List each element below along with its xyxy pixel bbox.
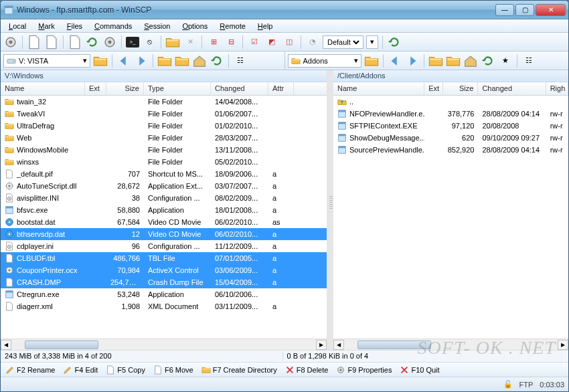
menu-files[interactable]: Files [62, 21, 88, 31]
select-minus-icon[interactable]: ⊟ [224, 35, 238, 50]
list-item[interactable]: CouponPrinter.ocx70,984ActiveX Control03… [1, 264, 327, 276]
column-header-rights[interactable]: Righ [546, 82, 568, 95]
list-item[interactable]: SourcePreviewHandle...852,92028/08/2009 … [333, 144, 568, 156]
close-session-icon[interactable]: ⨯ [183, 35, 197, 50]
local-list[interactable]: twain_32File Folder14/04/2008...TweakVIF… [1, 96, 327, 338]
transfer-settings-combo[interactable]: Default [323, 35, 363, 49]
transfer-settings-dropdown[interactable]: ▾ [366, 35, 378, 49]
list-item[interactable]: cdplayer.ini96Configuration ...11/12/200… [1, 240, 327, 252]
queue-icon[interactable] [68, 35, 82, 50]
remote-tree-icon[interactable]: ☷ [521, 54, 536, 68]
stop-icon[interactable]: ⦸ [142, 35, 157, 50]
list-item[interactable]: Ctregrun.exe53,248Application06/10/2006.… [1, 288, 327, 300]
menu-options[interactable]: Options [177, 21, 213, 31]
column-header-name[interactable]: Name [1, 82, 85, 95]
minimize-button[interactable]: — [495, 4, 514, 16]
remote-back-icon[interactable] [388, 54, 402, 68]
column-header-size[interactable]: Size [443, 82, 479, 95]
terminal-icon[interactable]: >_ [126, 37, 139, 47]
scroll-thumb[interactable] [25, 340, 98, 349]
local-hscrollbar[interactable]: ◀ ▶ [1, 338, 327, 350]
sync-browse-icon[interactable] [27, 35, 42, 50]
column-header-ext[interactable]: Ext [424, 82, 443, 95]
list-item[interactable]: _default.pif707Shortcut to MS...18/09/20… [1, 168, 327, 180]
list-item[interactable]: bootstat.dat67,584Video CD Movie06/02/20… [1, 216, 327, 228]
remote-list-header[interactable]: NameExtSizeChangedRigh [333, 82, 568, 96]
list-item[interactable]: ShowDebugMessage....62009/10/2009 09:27r… [333, 132, 568, 144]
local-home-icon[interactable] [192, 54, 207, 68]
fn-quit[interactable]: F10 Quit [398, 365, 441, 375]
select-clear-icon[interactable]: ◫ [282, 35, 297, 50]
fn-create-directory[interactable]: F7 Create Directory [199, 365, 279, 375]
scroll-right-icon[interactable]: ▶ [316, 340, 327, 350]
fn-copy[interactable]: F5 Copy [104, 365, 147, 375]
local-back-icon[interactable] [116, 54, 131, 68]
column-header-name[interactable]: Name [333, 82, 424, 95]
remote-list[interactable]: ..NFOPreviewHandler.e...378,77628/08/200… [333, 96, 568, 338]
list-item[interactable]: diagerr.xml1,908XML Document03/11/2009..… [1, 300, 327, 312]
list-item[interactable]: winsxsFile Folder05/02/2010... [1, 156, 327, 168]
gear-icon[interactable] [3, 35, 18, 50]
select-check-icon[interactable]: ☑ [247, 35, 262, 50]
menu-local[interactable]: Local [3, 21, 31, 31]
list-item[interactable]: TweakVIFile Folder01/06/2007... [1, 108, 327, 120]
menu-help[interactable]: Help [252, 21, 278, 31]
menu-remote[interactable]: Remote [214, 21, 251, 31]
list-item[interactable]: bthservsdp.dat12Video CD Movie06/02/2010… [1, 228, 327, 240]
new-session-icon[interactable] [165, 35, 180, 50]
list-item[interactable]: AutoTuneScript.dll28,672Application Ext.… [1, 180, 327, 192]
list-item[interactable]: CRASH.DMP254,721,2...Crash Dump File15/0… [1, 276, 327, 288]
remote-root-icon[interactable] [446, 54, 461, 68]
fn-edit[interactable]: F4 Edit [61, 365, 100, 375]
select-invert-icon[interactable]: ◩ [264, 35, 279, 50]
list-item[interactable]: CLBUDF.tbl486,766TBL File07/01/2005...a [1, 252, 327, 264]
select-plus-icon[interactable]: ⊞ [206, 35, 221, 50]
remote-drive-combo[interactable]: Addons ▾ [288, 54, 361, 68]
sync-remote-icon[interactable] [44, 35, 59, 50]
scroll-right-icon[interactable]: ▶ [558, 340, 568, 350]
menu-commands[interactable]: Commands [89, 21, 137, 31]
column-header-changed[interactable]: Changed [478, 82, 546, 95]
column-header-attr[interactable]: Attr [268, 82, 294, 95]
close-button[interactable]: ✕ [536, 4, 566, 16]
menu-session[interactable]: Session [139, 21, 175, 31]
remote-home-icon[interactable] [463, 54, 478, 68]
remote-open-folder-icon[interactable] [364, 54, 379, 68]
filter-icon[interactable]: ◔ [305, 35, 320, 50]
local-list-header[interactable]: NameExtSizeTypeChangedAttr [1, 82, 327, 96]
pane-splitter[interactable] [329, 70, 333, 350]
column-header-size[interactable]: Size [106, 82, 144, 95]
titlebar[interactable]: Windows - ftp.smartftp.com - WinSCP — ▢ … [1, 1, 568, 19]
scroll-left-icon[interactable]: ◀ [333, 340, 344, 350]
remote-hscrollbar[interactable]: ◀ ▶ [333, 338, 568, 350]
fn-delete[interactable]: F8 Delete [283, 365, 331, 375]
remote-forward-icon[interactable] [405, 54, 420, 68]
local-tree-icon[interactable]: ☷ [233, 54, 248, 68]
compare-icon[interactable] [387, 35, 402, 50]
fn-properties[interactable]: F9 Properties [334, 365, 394, 375]
list-item[interactable]: twain_32File Folder14/04/2008... [1, 96, 327, 108]
maximize-button[interactable]: ▢ [515, 4, 534, 16]
local-parent-icon[interactable] [157, 54, 172, 68]
column-header-ext[interactable]: Ext [85, 82, 106, 95]
fn-move[interactable]: F6 Move [151, 365, 195, 375]
local-refresh-icon[interactable] [210, 54, 224, 68]
transfer-icon[interactable] [85, 35, 100, 50]
column-header-changed[interactable]: Changed [211, 82, 268, 95]
list-item[interactable]: NFOPreviewHandler.e...378,77628/08/2009 … [333, 108, 568, 120]
list-item[interactable]: avisplitter.INI38Configuration ...08/02/… [1, 192, 327, 204]
remote-refresh-icon[interactable] [481, 54, 495, 68]
preferences-icon[interactable] [102, 35, 117, 50]
list-item[interactable]: UltraDefragFile Folder01/02/2010... [1, 120, 327, 132]
menu-mark[interactable]: Mark [33, 21, 60, 31]
scroll-left-icon[interactable]: ◀ [1, 340, 11, 350]
list-item[interactable]: bfsvc.exe58,880Application18/01/2008...a [1, 204, 327, 216]
fn-rename[interactable]: F2 Rename [3, 365, 57, 375]
local-forward-icon[interactable] [134, 54, 149, 68]
list-item[interactable]: WindowsMobileFile Folder13/11/2008... [1, 144, 327, 156]
remote-bookmark-icon[interactable]: ★ [498, 54, 513, 68]
local-root-icon[interactable] [175, 54, 189, 68]
remote-parent-icon[interactable] [428, 54, 443, 68]
list-item[interactable]: WebFile Folder28/03/2007... [1, 132, 327, 144]
scroll-thumb[interactable] [357, 340, 431, 349]
